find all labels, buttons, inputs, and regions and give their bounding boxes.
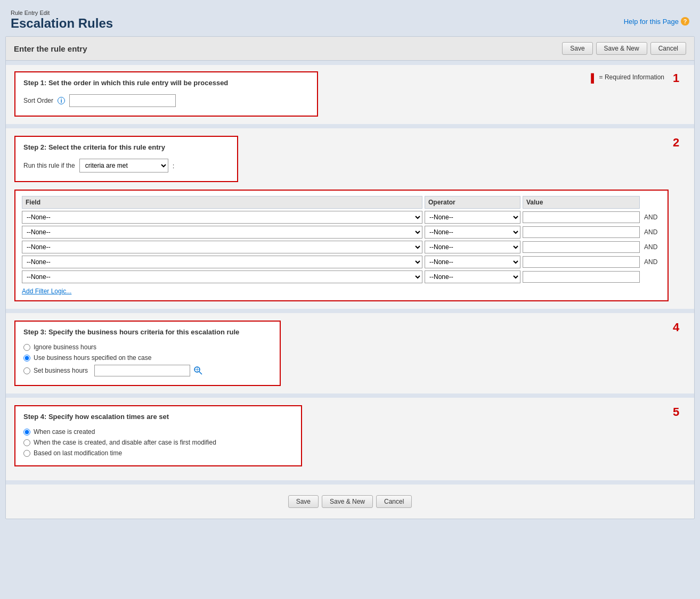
- filter-row-4: --None-- --None--: [22, 270, 661, 283]
- footer-btn-bar: Save Save & New Cancel: [6, 485, 694, 519]
- filter-box: Field Operator Value --None-- --None-- A…: [14, 190, 669, 301]
- svg-rect-3: [197, 367, 198, 372]
- criteria-row: Run this rule if the criteria are met an…: [23, 157, 229, 175]
- filter-value-3[interactable]: [523, 256, 640, 268]
- step2-box: Step 2: Select the criteria for this rul…: [14, 136, 238, 182]
- filter-field-2[interactable]: --None--: [22, 241, 422, 253]
- criteria-select[interactable]: criteria are met any criteria are met fo…: [79, 159, 168, 173]
- criteria-colon: :: [173, 162, 175, 170]
- business-hours-input[interactable]: [94, 365, 190, 376]
- filter-value-0[interactable]: [523, 211, 640, 223]
- filter-operator-0[interactable]: --None--: [425, 211, 520, 224]
- step4-radio-last-modified[interactable]: [23, 450, 30, 457]
- step4-content: Step 4: Specify how escalation times are…: [14, 405, 669, 466]
- step3-radio-ignore[interactable]: [23, 344, 30, 351]
- footer-cancel-button[interactable]: Cancel: [376, 495, 412, 508]
- filter-value-4[interactable]: [523, 271, 640, 283]
- sort-order-row: Sort Order i: [23, 92, 309, 109]
- step2-container: Step 2: Select the criteria for this rul…: [14, 136, 686, 301]
- section-header-bar: Enter the rule entry Save Save & New Can…: [6, 37, 694, 61]
- sort-order-info-icon[interactable]: i: [58, 97, 65, 104]
- filter-operator-2[interactable]: --None--: [425, 241, 520, 253]
- step4-number: 5: [673, 405, 686, 418]
- svg-line-1: [199, 372, 202, 374]
- sort-order-input[interactable]: [69, 94, 176, 107]
- step3-radio-use[interactable]: [23, 355, 30, 362]
- step2-number: 2: [673, 136, 686, 149]
- step1-number: 1: [673, 71, 686, 84]
- footer-save-button[interactable]: Save: [288, 495, 319, 508]
- main-content: Enter the rule entry Save Save & New Can…: [5, 36, 695, 519]
- filter-and-3: AND: [642, 258, 661, 266]
- sort-order-label: Sort Order: [23, 97, 53, 104]
- step3-number: 4: [673, 321, 686, 333]
- step3-heading: Step 3: Specify the business hours crite…: [23, 328, 272, 336]
- filter-and-0: AND: [642, 214, 661, 221]
- step3-label-use: Use business hours specified on the case: [34, 354, 151, 362]
- step2-heading: Step 2: Select the criteria for this rul…: [23, 143, 229, 151]
- filter-row-1: --None-- --None-- AND: [22, 226, 661, 239]
- step3-radio-0: Ignore business hours: [23, 343, 272, 351]
- divider4: [6, 393, 694, 398]
- page-subtitle: Rule Entry Edit: [11, 10, 113, 16]
- step4-radio-created[interactable]: [23, 429, 30, 436]
- step4-container: Step 4: Specify how escalation times are…: [14, 405, 686, 466]
- step4-label-created: When case is created: [34, 428, 95, 436]
- page-title: Escalation Rules: [11, 16, 113, 31]
- help-link-text: Help for this Page: [624, 18, 679, 26]
- filter-field-3[interactable]: --None--: [22, 256, 422, 268]
- page-title-block: Rule Entry Edit Escalation Rules: [11, 10, 113, 31]
- filter-operator-4[interactable]: --None--: [425, 270, 520, 283]
- footer-save-new-button[interactable]: Save & New: [322, 495, 373, 508]
- step3-radio-group: Ignore business hours Use business hours…: [23, 341, 272, 379]
- filter-field-1[interactable]: --None--: [22, 226, 422, 239]
- header-save-button[interactable]: Save: [562, 42, 592, 55]
- step4-radio-0: When case is created: [23, 428, 293, 436]
- step1-content: Step 1: Set the order in which this rule…: [14, 71, 669, 117]
- filter-field-0[interactable]: --None--: [22, 211, 422, 224]
- filter-header: Field Operator Value: [22, 196, 661, 209]
- step3-radio-1: Use business hours specified on the case: [23, 354, 272, 362]
- step4-radio-created-disable[interactable]: [23, 439, 30, 446]
- filter-value-2[interactable]: [523, 241, 640, 253]
- header-save-new-button[interactable]: Save & New: [596, 42, 647, 55]
- section-title: Enter the rule entry: [14, 44, 87, 53]
- add-filter-link[interactable]: Add Filter Logic...: [22, 288, 661, 295]
- header-cancel-button[interactable]: Cancel: [650, 42, 686, 55]
- filter-col-operator: Operator: [425, 196, 520, 209]
- filter-col-value: Value: [523, 196, 640, 209]
- help-link[interactable]: Help for this Page ?: [624, 17, 689, 26]
- filter-row-2: --None-- --None-- AND: [22, 241, 661, 253]
- page-wrapper: Rule Entry Edit Escalation Rules Help fo…: [5, 5, 695, 519]
- step3-container: Step 3: Specify the business hours crite…: [14, 321, 686, 386]
- step4-label-created-disable: When the case is created, and disable af…: [34, 439, 216, 446]
- req-mark: ▌: [591, 73, 597, 83]
- step3-label-set: Set business hours: [34, 367, 88, 374]
- filter-col-field: Field: [22, 196, 422, 209]
- filter-field-4[interactable]: --None--: [22, 270, 422, 283]
- step4-box: Step 4: Specify how escalation times are…: [14, 405, 302, 466]
- step2-content: Step 2: Select the criteria for this rul…: [14, 136, 669, 301]
- filter-and-2: AND: [642, 243, 661, 251]
- filter-operator-1[interactable]: --None--: [425, 226, 520, 239]
- step4-radio-group: When case is created When the case is cr…: [23, 426, 293, 459]
- filter-row-0: --None-- --None-- AND: [22, 211, 661, 224]
- step3-content: Step 3: Specify the business hours crite…: [14, 321, 669, 386]
- lookup-icon[interactable]: [193, 366, 203, 375]
- step4-radio-1: When the case is created, and disable af…: [23, 439, 293, 446]
- filter-col-and-spacer: [642, 196, 661, 209]
- filter-value-1[interactable]: [523, 226, 640, 238]
- step3-radio-2: Set business hours: [23, 365, 272, 376]
- divider3: [6, 309, 694, 313]
- help-icon: ?: [681, 17, 689, 26]
- step1-box: Step 1: Set the order in which this rule…: [14, 71, 318, 117]
- filter-and-1: AND: [642, 228, 661, 236]
- filter-operator-3[interactable]: --None--: [425, 256, 520, 268]
- step4-radio-2: Based on last modification time: [23, 449, 293, 457]
- required-legend: = Required Information: [599, 73, 664, 81]
- step3-radio-set[interactable]: [23, 367, 30, 374]
- criteria-label: Run this rule if the: [23, 162, 75, 169]
- step3-label-ignore: Ignore business hours: [34, 343, 96, 351]
- form-body: Step 1: Set the order in which this rule…: [6, 65, 694, 480]
- divider1: [6, 61, 694, 65]
